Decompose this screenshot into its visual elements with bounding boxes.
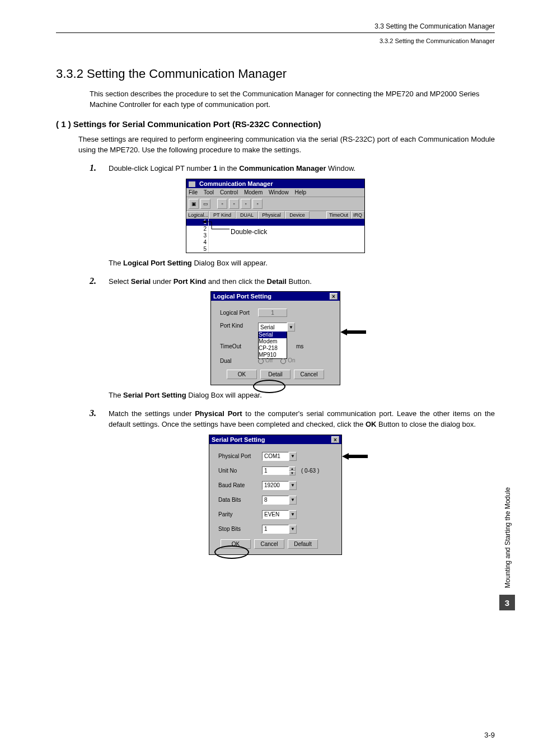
radio-on[interactable]: [280, 358, 286, 364]
radio-off[interactable]: [258, 358, 264, 364]
t: Logical Port Setting: [123, 259, 192, 267]
label-range: ( 0-63 ): [301, 468, 319, 474]
toolbar-button-6[interactable]: ▫: [252, 199, 263, 209]
step-number: 3.: [90, 408, 109, 430]
svg-marker-0: [203, 220, 206, 223]
label-dual: Dual: [220, 358, 258, 364]
step-text: Select Serial under Port Kind and then c…: [109, 276, 495, 287]
chevron-down-icon[interactable]: ▼: [289, 510, 297, 519]
cancel-button[interactable]: Cancel: [254, 539, 284, 549]
combo-value: 8: [262, 496, 289, 505]
t: Serial: [131, 277, 151, 286]
combo-data-bits[interactable]: 8 ▼: [262, 496, 297, 505]
combo-stop-bits[interactable]: 1 ▼: [262, 525, 297, 534]
t: The: [109, 259, 123, 267]
toolbar-button-2[interactable]: ▭: [200, 199, 210, 209]
close-button[interactable]: ×: [330, 293, 338, 300]
svg-marker-2: [342, 453, 368, 460]
chevron-down-icon[interactable]: ▼: [287, 323, 295, 332]
t: Button.: [287, 277, 312, 286]
chevron-up-icon[interactable]: ▲: [289, 466, 296, 471]
combo-listbox[interactable]: Serial Modem CP-218 MP910: [258, 331, 287, 359]
list-item[interactable]: Modem: [259, 338, 287, 345]
t: Select: [109, 277, 131, 286]
logical-port-setting-dialog: Logical Port Setting × Logical Port 1 Po…: [210, 291, 340, 385]
t: Detail: [267, 277, 287, 286]
chevron-down-icon[interactable]: ▼: [289, 525, 297, 534]
callout-arrow: [340, 328, 366, 336]
chevron-down-icon[interactable]: ▼: [289, 471, 296, 475]
chevron-down-icon[interactable]: ▼: [289, 481, 297, 490]
menu-modem[interactable]: Modem: [244, 189, 263, 195]
col-logical[interactable]: Logical...: [186, 211, 209, 219]
col-timeout[interactable]: TimeOut: [326, 211, 351, 219]
section-heading: 3.3.2 Setting the Communication Manager: [56, 67, 495, 81]
dialog-title: Serial Port Setting: [212, 436, 265, 443]
chevron-down-icon[interactable]: ▼: [289, 496, 297, 505]
t: OK: [366, 420, 377, 428]
doc-icon: ▫: [256, 201, 258, 207]
table-header: Logical... PT Kind DUAL Physical Device …: [186, 211, 364, 219]
label-logical-port: Logical Port: [220, 310, 258, 316]
step-number: 2.: [90, 276, 109, 287]
combo-baud-rate[interactable]: 19200 ▼: [262, 481, 297, 490]
combo-port-kind[interactable]: Serial ▼: [258, 323, 295, 332]
doc-icon: ▫: [221, 201, 223, 207]
menu-file[interactable]: File: [189, 189, 198, 195]
label-parity: Parity: [218, 511, 262, 517]
toolbar-button-1[interactable]: ▣: [189, 199, 199, 209]
menu-tool[interactable]: Tool: [204, 189, 214, 195]
toolbar-button-5[interactable]: ▫: [241, 199, 251, 209]
subsection-intro: These settings are required to perform e…: [78, 134, 495, 156]
toolbar-button-4[interactable]: ▫: [229, 199, 239, 209]
combo-parity[interactable]: EVEN ▼: [262, 510, 297, 519]
header-breadcrumb-1: 3.3 Setting the Communication Manager: [56, 22, 495, 30]
menu-window[interactable]: Window: [269, 189, 289, 195]
step1-result: The Logical Port Setting Dialog Box will…: [109, 259, 495, 267]
menu-bar[interactable]: File Tool Control Modem Window Help: [186, 188, 364, 197]
cancel-button[interactable]: Cancel: [294, 370, 324, 379]
label-timeout: TimeOut: [220, 343, 258, 349]
field-logical-port: 1: [258, 309, 287, 317]
label-physical-port: Physical Port: [218, 453, 262, 459]
radio-off-label: Off: [265, 357, 273, 363]
t: Serial Port Setting: [123, 391, 186, 399]
table-row[interactable]: 4: [186, 239, 364, 246]
ok-button[interactable]: OK: [221, 539, 251, 549]
t: Button to close the dialog box.: [376, 420, 476, 428]
callout-arrow-icon: [202, 220, 231, 235]
field-unit-no[interactable]: 1: [262, 466, 289, 475]
spinner-unit-no[interactable]: ▲ ▼: [289, 466, 296, 475]
step-2: 2. Select Serial under Port Kind and the…: [90, 276, 495, 287]
label-data-bits: Data Bits: [218, 497, 262, 503]
chevron-down-icon[interactable]: ▼: [289, 452, 297, 461]
t: Physical Port: [195, 409, 242, 418]
col-device[interactable]: Device: [285, 211, 310, 219]
menu-help[interactable]: Help: [294, 189, 306, 195]
callout-double-click: Double-click: [231, 228, 267, 236]
col-irq[interactable]: IRQ: [351, 211, 364, 219]
cell-logical: 4: [186, 239, 209, 246]
ok-button[interactable]: OK: [227, 370, 257, 379]
list-item[interactable]: CP-218: [259, 345, 287, 352]
section-intro: This section describes the procedure to …: [90, 89, 495, 110]
header-rule: [56, 32, 495, 33]
comm-manager-window: Communication Manager File Tool Control …: [186, 179, 365, 253]
col-dual[interactable]: DUAL: [236, 211, 258, 219]
t: Dialog Box will appear.: [192, 259, 268, 267]
detail-button[interactable]: Detail: [260, 370, 291, 379]
close-button[interactable]: ×: [331, 436, 339, 443]
menu-control[interactable]: Control: [220, 189, 238, 195]
dialog-title: Logical Port Setting: [213, 293, 271, 300]
step-1: 1. Double-click Logical PT number 1 in t…: [90, 163, 495, 174]
toolbar-button-3[interactable]: ▫: [217, 199, 227, 209]
t: and then click the: [206, 277, 266, 286]
col-ptkind[interactable]: PT Kind: [209, 211, 236, 219]
table-row[interactable]: 5: [186, 246, 364, 253]
list-item[interactable]: Serial: [259, 332, 287, 338]
combo-physical-port[interactable]: COM1 ▼: [262, 452, 297, 461]
default-button[interactable]: Default: [288, 539, 318, 549]
step2-result: The Serial Port Setting Dialog Box will …: [109, 391, 495, 399]
col-physical[interactable]: Physical: [258, 211, 285, 219]
serial-port-setting-dialog: Serial Port Setting × Physical Port COM1…: [209, 435, 342, 555]
